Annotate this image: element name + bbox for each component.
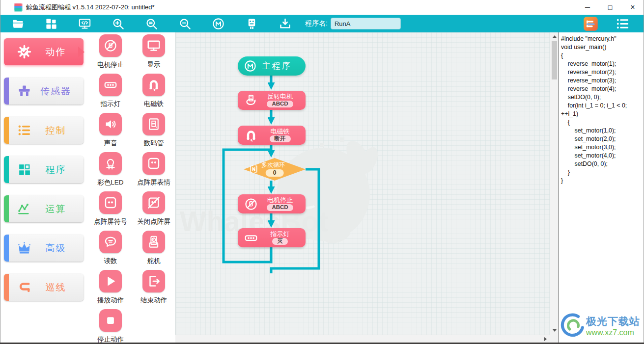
flow-node-electromagnet[interactable]: 电磁铁 断开 [238, 126, 306, 145]
led-strip-icon [103, 78, 118, 92]
close-button[interactable]: × [621, 0, 644, 15]
zoom-in-button[interactable] [112, 17, 125, 30]
download-button[interactable] [279, 17, 292, 30]
category-control[interactable]: 控制 [4, 117, 84, 144]
code-line: } [561, 168, 643, 177]
category-sensor[interactable]: 传感器 [4, 78, 84, 105]
block-servo[interactable]: 舵机 [132, 231, 175, 270]
block-sound[interactable]: 声音 [89, 113, 132, 152]
block-label: 电磁铁 [144, 100, 164, 108]
servo-icon [146, 235, 161, 249]
magnet-icon [244, 128, 258, 143]
flow-node-loop[interactable]: 多次循环 0 [244, 158, 306, 181]
block-play-action[interactable]: 播放动作 [89, 270, 132, 309]
scroll-up-button[interactable] [550, 32, 559, 40]
block-label: 指示灯 [101, 100, 121, 108]
block-stop-action[interactable]: 停止动作 [89, 309, 132, 344]
led-color-icon [103, 156, 118, 171]
flow-node-motor-stop[interactable]: 电机停止 ABCD [238, 194, 306, 213]
panel-orange-icon [583, 16, 598, 31]
horizontal-scrollbar[interactable] [175, 335, 550, 343]
block-palette: 电机停止 显示 指示灯 电磁铁 声音 数码管 彩色LED 点阵屏表情 点阵屏符号 [89, 32, 175, 343]
block-end-action[interactable]: 结束动作 [132, 270, 175, 309]
code-view-button[interactable] [78, 17, 91, 30]
zoom-out-icon [178, 17, 192, 30]
scroll-down-button[interactable] [550, 327, 559, 335]
matrix-face-icon [146, 156, 161, 171]
node-title: 反转电机 [267, 93, 293, 100]
block-matrix-off[interactable]: 关闭点阵屏 [132, 191, 175, 231]
vertical-scroll-thumb[interactable] [552, 41, 557, 79]
block-matrix-symbol[interactable]: 点阵屏符号 [89, 191, 132, 231]
accent-bar [4, 117, 9, 144]
robot-button[interactable] [245, 17, 258, 30]
code-line: reverse_motor(3); [561, 77, 643, 85]
node-param-badge: ABCD [267, 204, 293, 211]
open-file-button[interactable] [11, 17, 25, 30]
block-tile [142, 231, 165, 253]
speech-bubble-icon [103, 235, 118, 249]
category-label: 程序 [32, 163, 80, 176]
block-digit-tube[interactable]: 数码管 [132, 113, 175, 152]
scroll-right-button[interactable] [541, 335, 550, 343]
code-line: reverse_motor(2); [561, 68, 643, 77]
zoom-out-button[interactable] [178, 17, 192, 30]
code-line: ++i_1) [561, 110, 643, 118]
menu-button[interactable] [615, 16, 630, 31]
node-param-badge: 灭 [272, 238, 288, 245]
matrix-symbol-icon [103, 195, 118, 210]
window-controls: ─ □ × [576, 0, 644, 15]
category-label: 高级 [32, 242, 80, 255]
zoom-reset-button[interactable] [145, 17, 158, 30]
code-panel-toggle-button[interactable] [583, 16, 598, 31]
block-color-led[interactable]: 彩色LED [89, 152, 132, 191]
accent-bar [4, 235, 9, 262]
block-label: 读数 [104, 257, 117, 265]
accent-bar [4, 156, 9, 183]
maximize-button[interactable]: □ [599, 0, 621, 15]
blocks-button[interactable] [45, 17, 58, 30]
flow-node-main-program[interactable]: 主程序 [238, 56, 306, 76]
program-name-input[interactable] [331, 18, 401, 29]
block-label: 数码管 [144, 139, 164, 148]
title-bar: 鲸鱼流程图编程 v1.5.14 2022-07-20: untitled* ─ … [0, 0, 644, 15]
block-label: 点阵屏符号 [94, 217, 127, 226]
generated-code-panel: #include "mercury.h"void user_main(){ re… [558, 32, 644, 343]
sensor-icon [17, 83, 32, 99]
code-line: reverse_motor(4); [561, 85, 643, 93]
grid-squares-icon [17, 162, 32, 177]
block-tile [99, 191, 122, 214]
category-label: 巡线 [32, 281, 80, 294]
category-linefollow[interactable]: 巡线 [4, 274, 84, 301]
category-action[interactable]: 动作 [4, 38, 84, 65]
block-read-number[interactable]: 读数 [89, 231, 132, 270]
flow-node-indicator-led[interactable]: 指示灯 灭 [238, 228, 306, 247]
category-program[interactable]: 程序 [4, 156, 84, 183]
code-line: reverse_motor(1); [561, 60, 643, 68]
block-motor-stop[interactable]: 电机停止 [89, 34, 132, 74]
m-circle-icon [212, 17, 225, 30]
category-math[interactable]: 运算 [4, 195, 84, 222]
flowchart-canvas[interactable]: WhalesBot 主程序 [175, 32, 550, 335]
program-name-label: 程序名: [305, 19, 328, 28]
accent-bar [4, 78, 9, 105]
category-sidebar: 动作 传感器 控制 程序 运算 高级 [0, 32, 89, 343]
block-electromagnet[interactable]: 电磁铁 [132, 74, 175, 113]
exit-arrow-icon [146, 274, 161, 289]
motor-stop-icon [103, 38, 118, 53]
block-display[interactable]: 显示 [132, 34, 175, 74]
category-label: 控制 [32, 124, 80, 137]
block-indicator[interactable]: 指示灯 [89, 74, 132, 113]
block-matrix-face[interactable]: 点阵屏表情 [132, 152, 175, 191]
stop-square-icon [103, 313, 118, 328]
category-advanced[interactable]: 高级 [4, 235, 84, 262]
code-line: { [561, 52, 643, 60]
code-line: setDO(0, 0); [561, 93, 643, 102]
vertical-scrollbar[interactable] [550, 32, 558, 335]
flow-node-reverse-motor[interactable]: 反转电机 ABCD [238, 91, 306, 110]
block-tile [99, 152, 122, 175]
main-program-button[interactable] [212, 17, 225, 30]
download-icon [279, 17, 292, 30]
code-line: set_motor(4,0); [561, 152, 643, 160]
minimize-button[interactable]: ─ [576, 0, 599, 15]
